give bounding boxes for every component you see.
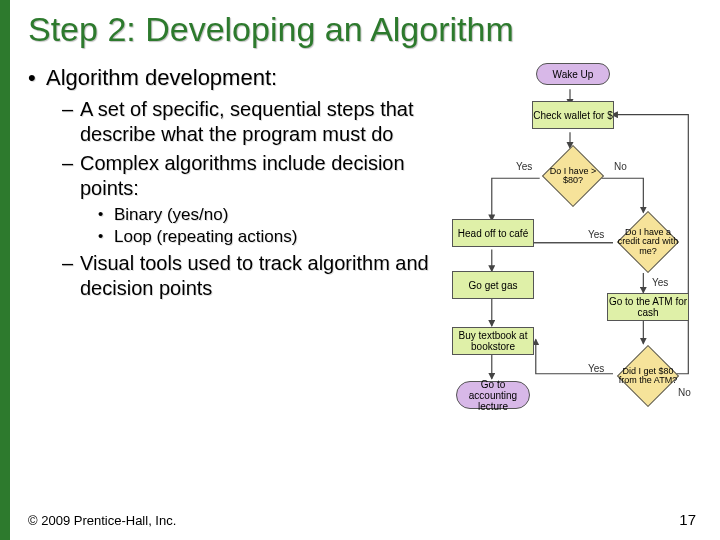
bullet-level2: Visual tools used to track algorithm and… <box>62 251 432 301</box>
flowchart-label-yes: Yes <box>516 161 532 172</box>
flowchart-decision: Did I get $80 from the ATM? <box>617 345 679 407</box>
bullet-level2: A set of specific, sequential steps that… <box>62 97 432 147</box>
flowchart-start: Wake Up <box>536 63 610 85</box>
bullet-level2: Complex algorithms include decision poin… <box>62 151 432 201</box>
flowchart-label-yes: Yes <box>588 229 604 240</box>
flowchart-label-yes: Yes <box>652 277 668 288</box>
flowchart-end: Go to accounting lecture <box>456 381 530 409</box>
flowchart-label-yes: Yes <box>588 363 604 374</box>
flowchart-decision: Do I have > $80? <box>542 145 604 207</box>
text-column: Algorithm development: A set of specific… <box>28 61 438 305</box>
accent-bar <box>0 0 10 540</box>
content-row: Algorithm development: A set of specific… <box>28 61 702 491</box>
flowchart: Wake Up Check wallet for $ Do I have > $… <box>438 61 702 491</box>
flowchart-process: Go to the ATM for cash <box>607 293 689 321</box>
bullet-level1: Algorithm development: <box>28 65 432 91</box>
page-number: 17 <box>679 511 696 528</box>
flowchart-process: Head off to café <box>452 219 534 247</box>
flowchart-decision-text: Do I have > $80? <box>542 167 604 186</box>
flowchart-process: Buy textbook at bookstore <box>452 327 534 355</box>
copyright-text: © 2009 Prentice-Hall, Inc. <box>28 513 176 528</box>
flowchart-decision-text: Did I get $80 from the ATM? <box>617 367 679 386</box>
flowchart-process: Go get gas <box>452 271 534 299</box>
bullet-level3: Binary (yes/no) <box>98 205 432 225</box>
flowchart-label-no: No <box>614 161 627 172</box>
flowchart-label-no: No <box>678 387 691 398</box>
flowchart-decision-text: Do I have a credit card with me? <box>617 228 679 256</box>
flowchart-process: Check wallet for $ <box>532 101 614 129</box>
flowchart-decision: Do I have a credit card with me? <box>617 211 679 273</box>
slide-body: Step 2: Developing an Algorithm Algorith… <box>0 0 720 491</box>
slide-title: Step 2: Developing an Algorithm <box>28 10 702 49</box>
bullet-level3: Loop (repeating actions) <box>98 227 432 247</box>
